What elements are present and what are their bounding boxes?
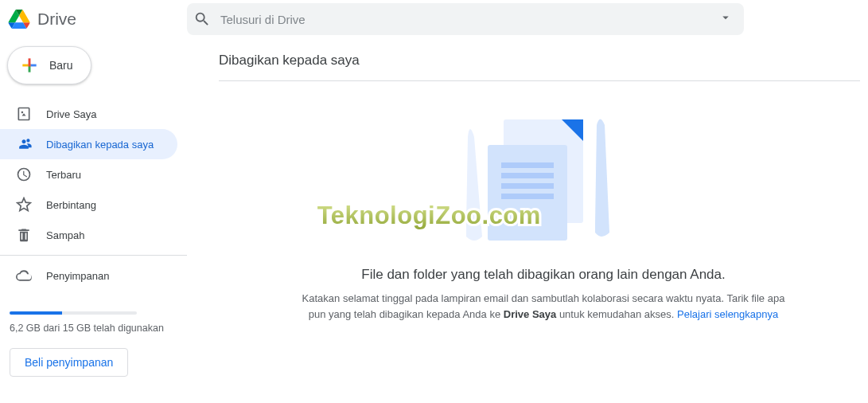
logo-area[interactable]: Drive <box>0 10 187 29</box>
plus-icon <box>19 55 40 76</box>
drive-icon <box>16 106 32 122</box>
shared-docs-illustration <box>460 113 627 245</box>
empty-sub-bold: Drive Saya <box>504 308 557 320</box>
star-icon <box>16 197 32 213</box>
sidebar-item-storage[interactable]: Penyimpanan <box>0 260 177 291</box>
empty-sub-part2: untuk kemudahan akses. <box>556 308 677 320</box>
sidebar: Baru Drive Saya Dibagikan kepada saya Te… <box>0 38 187 403</box>
svg-rect-2 <box>488 145 567 241</box>
main: Baru Drive Saya Dibagikan kepada saya Te… <box>0 38 868 403</box>
content: Dibagikan kepada saya File dan folder ya… <box>187 38 868 403</box>
sidebar-item-label: Berbintang <box>46 199 96 211</box>
storage-bar-fill <box>10 311 62 315</box>
sidebar-item-shared[interactable]: Dibagikan kepada saya <box>0 129 177 159</box>
storage-label: Penyimpanan <box>46 270 110 282</box>
storage-text: 6,2 GB dari 15 GB telah digunakan <box>10 321 181 335</box>
learn-more-link[interactable]: Pelajari selengkapnya <box>677 308 778 320</box>
sidebar-item-recent[interactable]: Terbaru <box>0 159 177 190</box>
buy-storage-button[interactable]: Beli penyimpanan <box>10 348 128 377</box>
clock-icon <box>16 166 32 182</box>
sidebar-item-my-drive[interactable]: Drive Saya <box>0 99 177 129</box>
shared-icon <box>16 136 32 152</box>
new-button[interactable]: Baru <box>7 46 91 84</box>
sidebar-storage-nav: Penyimpanan <box>0 260 187 291</box>
new-button-label: Baru <box>49 59 73 72</box>
storage-bar <box>10 311 137 315</box>
header: Drive <box>0 0 868 38</box>
sidebar-item-trash[interactable]: Sampah <box>0 220 177 250</box>
sidebar-item-label: Drive Saya <box>46 108 97 120</box>
sidebar-item-label: Sampah <box>46 229 84 241</box>
divider <box>0 255 187 256</box>
sidebar-item-label: Terbaru <box>46 169 81 181</box>
sidebar-item-label: Dibagikan kepada saya <box>46 139 154 151</box>
trash-icon <box>16 227 32 243</box>
app-name: Drive <box>37 10 76 29</box>
search-bar[interactable] <box>187 3 744 35</box>
drive-logo-icon <box>7 10 31 29</box>
page-title: Dibagikan kepada saya <box>219 53 860 81</box>
sidebar-nav: Drive Saya Dibagikan kepada saya Terbaru… <box>0 99 187 250</box>
search-icon <box>193 10 211 28</box>
svg-rect-3 <box>501 162 554 168</box>
cloud-icon <box>16 268 32 284</box>
chevron-down-icon <box>718 10 733 25</box>
empty-heading: File dan folder yang telah dibagikan ora… <box>361 267 725 283</box>
empty-state: File dan folder yang telah dibagikan ora… <box>219 113 868 322</box>
svg-rect-5 <box>501 183 554 189</box>
svg-rect-6 <box>501 194 554 199</box>
search-input[interactable] <box>211 13 714 26</box>
storage-section: 6,2 GB dari 15 GB telah digunakan Beli p… <box>0 291 187 377</box>
search-options-dropdown[interactable] <box>714 6 738 33</box>
empty-subtext: Katakan selamat tinggal pada lampiran em… <box>297 291 790 322</box>
svg-rect-4 <box>501 173 554 178</box>
sidebar-item-starred[interactable]: Berbintang <box>0 190 177 220</box>
